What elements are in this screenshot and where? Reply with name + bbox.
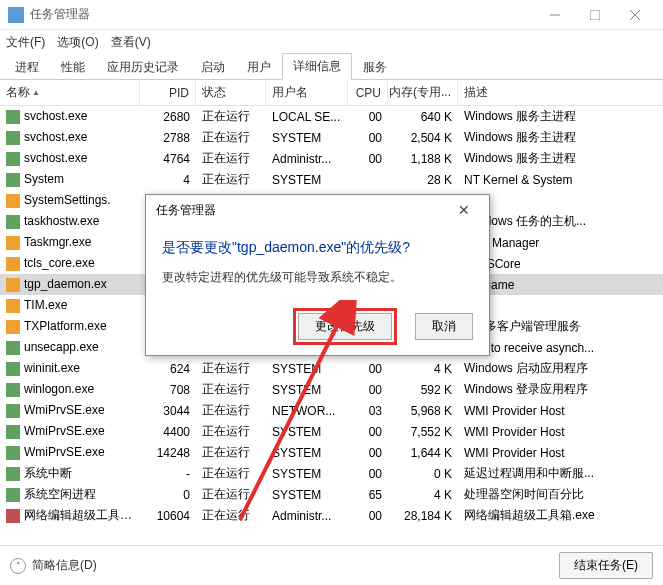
menu-view[interactable]: 查看(V) <box>111 34 151 51</box>
close-button[interactable] <box>615 0 655 30</box>
footer: ˄ 简略信息(D) 结束任务(E) <box>0 545 663 585</box>
process-icon <box>6 131 20 145</box>
app-icon <box>8 7 24 23</box>
process-icon <box>6 299 20 313</box>
col-mem[interactable]: 内存(专用... <box>388 80 458 105</box>
table-row[interactable]: 系统中断-正在运行SYSTEM000 K延迟过程调用和中断服... <box>0 463 663 484</box>
table-row[interactable]: System4正在运行SYSTEM28 KNT Kernel & System <box>0 169 663 190</box>
window-title: 任务管理器 <box>30 6 535 23</box>
process-icon <box>6 194 20 208</box>
process-icon <box>6 236 20 250</box>
table-row[interactable]: WmiPrvSE.exe4400正在运行SYSTEM007,552 KWMI P… <box>0 421 663 442</box>
tab-details[interactable]: 详细信息 <box>282 53 352 80</box>
titlebar: 任务管理器 <box>0 0 663 30</box>
col-desc[interactable]: 描述 <box>458 80 663 105</box>
process-icon <box>6 215 20 229</box>
dialog-close-button[interactable]: ✕ <box>449 202 479 218</box>
cancel-button[interactable]: 取消 <box>415 313 473 340</box>
process-icon <box>6 467 20 481</box>
process-icon <box>6 404 20 418</box>
minimize-button[interactable] <box>535 0 575 30</box>
process-icon <box>6 509 20 523</box>
process-icon <box>6 152 20 166</box>
process-icon <box>6 320 20 334</box>
maximize-button[interactable] <box>575 0 615 30</box>
table-row[interactable]: 网络编辑超级工具箱...10604正在运行Administr...0028,18… <box>0 505 663 526</box>
table-row[interactable]: WmiPrvSE.exe14248正在运行SYSTEM001,644 KWMI … <box>0 442 663 463</box>
table-row[interactable]: 系统空闲进程0正在运行SYSTEM654 K处理器空闲时间百分比 <box>0 484 663 505</box>
col-cpu[interactable]: CPU <box>348 80 388 105</box>
table-row[interactable]: svchost.exe4764正在运行Administr...001,188 K… <box>0 148 663 169</box>
fewer-details-button[interactable]: ˄ 简略信息(D) <box>10 557 97 574</box>
confirm-button[interactable]: 更改优先级 <box>298 313 392 340</box>
table-row[interactable]: winlogon.exe708正在运行SYSTEM00592 KWindows … <box>0 379 663 400</box>
table-header: 名称▲ PID 状态 用户名 CPU 内存(专用... 描述 <box>0 80 663 106</box>
tab-performance[interactable]: 性能 <box>50 54 96 80</box>
sort-asc-icon: ▲ <box>32 88 40 97</box>
tab-services[interactable]: 服务 <box>352 54 398 80</box>
fewer-details-label: 简略信息(D) <box>32 557 97 574</box>
dialog-question: 是否要更改"tgp_daemon.exe"的优先级? <box>162 239 473 257</box>
table-row[interactable]: svchost.exe2680正在运行LOCAL SE...00640 KWin… <box>0 106 663 127</box>
process-icon <box>6 425 20 439</box>
col-name[interactable]: 名称▲ <box>0 80 140 105</box>
menu-file[interactable]: 文件(F) <box>6 34 45 51</box>
menubar: 文件(F) 选项(O) 查看(V) <box>0 30 663 54</box>
highlight-annotation: 更改优先级 <box>293 308 397 345</box>
process-icon <box>6 173 20 187</box>
confirm-dialog: 任务管理器 ✕ 是否要更改"tgp_daemon.exe"的优先级? 更改特定进… <box>145 194 490 356</box>
table-row[interactable]: svchost.exe2788正在运行SYSTEM002,504 KWindow… <box>0 127 663 148</box>
process-icon <box>6 362 20 376</box>
table-row[interactable]: wininit.exe624正在运行SYSTEM004 KWindows 启动应… <box>0 358 663 379</box>
col-pid[interactable]: PID <box>140 80 196 105</box>
dialog-message: 更改特定进程的优先级可能导致系统不稳定。 <box>162 269 473 286</box>
col-user[interactable]: 用户名 <box>266 80 348 105</box>
process-icon <box>6 257 20 271</box>
tab-startup[interactable]: 启动 <box>190 54 236 80</box>
chevron-up-icon: ˄ <box>10 558 26 574</box>
process-icon <box>6 488 20 502</box>
tab-processes[interactable]: 进程 <box>4 54 50 80</box>
table-row[interactable]: WmiPrvSE.exe3044正在运行NETWOR...035,968 KWM… <box>0 400 663 421</box>
end-task-button[interactable]: 结束任务(E) <box>559 552 653 579</box>
process-icon <box>6 110 20 124</box>
tabs: 进程 性能 应用历史记录 启动 用户 详细信息 服务 <box>0 54 663 80</box>
process-icon <box>6 278 20 292</box>
tab-users[interactable]: 用户 <box>236 54 282 80</box>
process-icon <box>6 446 20 460</box>
menu-options[interactable]: 选项(O) <box>57 34 98 51</box>
svg-rect-1 <box>590 10 600 20</box>
tab-history[interactable]: 应用历史记录 <box>96 54 190 80</box>
process-icon <box>6 341 20 355</box>
dialog-title: 任务管理器 <box>156 202 449 219</box>
process-icon <box>6 383 20 397</box>
col-status[interactable]: 状态 <box>196 80 266 105</box>
